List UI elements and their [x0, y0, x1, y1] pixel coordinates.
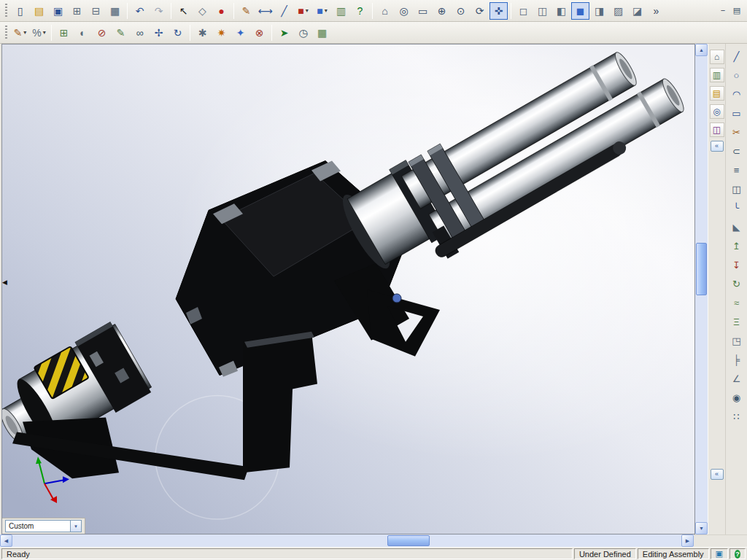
- view-settings-button[interactable]: ■▾: [313, 2, 331, 20]
- offset-entities-button[interactable]: ≡: [728, 161, 746, 179]
- hidden-lines-removed-button[interactable]: ◧: [552, 2, 570, 20]
- task-pane-collapse-button[interactable]: «: [711, 141, 724, 152]
- simulation-button[interactable]: ➤: [275, 24, 293, 42]
- print-button[interactable]: ▦: [106, 2, 124, 20]
- make-drawing-button[interactable]: ⊞: [68, 2, 86, 20]
- zoom-to-area-button[interactable]: ▭: [414, 2, 432, 20]
- zoom-to-selection-button[interactable]: ⊙: [452, 2, 470, 20]
- more-tools-button[interactable]: »: [647, 2, 665, 20]
- graphics-viewport[interactable]: ◀ Custom ▼: [1, 44, 695, 534]
- wireframe-button[interactable]: ◻: [514, 2, 533, 20]
- move-component-button[interactable]: ✢: [150, 24, 168, 42]
- hidden-lines-visible-button[interactable]: ◫: [533, 2, 551, 20]
- view-orientation-button[interactable]: ⌂: [376, 2, 394, 20]
- measure-tool-dropdown-arrow[interactable]: ▾: [43, 30, 46, 36]
- interference-detection-button[interactable]: ⊗: [250, 24, 268, 42]
- explode-line-sketch-button[interactable]: ✦: [231, 24, 249, 42]
- design-table-button[interactable]: ▦: [313, 24, 331, 42]
- view-palette-button[interactable]: ◫: [710, 122, 724, 137]
- scroll-down-button[interactable]: ▼: [695, 522, 708, 534]
- horizontal-scroll-thumb[interactable]: [387, 535, 430, 546]
- shell-tool-button[interactable]: ◳: [728, 332, 746, 349]
- zoom-in-out-button[interactable]: ⊕: [433, 2, 451, 20]
- pan-button[interactable]: ✜: [489, 2, 508, 20]
- rib-tool-button[interactable]: ╞: [728, 351, 746, 368]
- collapse-toolbar-button[interactable]: −: [716, 4, 729, 18]
- file-explorer-button[interactable]: ▤: [710, 86, 724, 101]
- search-results-button[interactable]: ◎: [710, 104, 724, 119]
- scroll-right-button[interactable]: ▶: [681, 534, 694, 547]
- vertical-scroll-thumb[interactable]: [696, 243, 707, 295]
- hole-wizard-button[interactable]: ◉: [728, 389, 746, 406]
- measure-tool-button[interactable]: %▾: [30, 24, 48, 42]
- sketch-button[interactable]: ✎: [237, 2, 255, 20]
- linear-pattern-button[interactable]: ∷: [728, 408, 746, 425]
- hide-show-component-button[interactable]: ◐: [74, 24, 92, 42]
- save-button[interactable]: ▣: [49, 2, 67, 20]
- record-macro-button[interactable]: ●: [212, 2, 231, 20]
- trim-entities-button[interactable]: ✂: [728, 123, 746, 141]
- draft-tool-button[interactable]: ∠: [728, 370, 746, 387]
- toolbox-dropdown-arrow[interactable]: ▾: [306, 8, 309, 14]
- rotate-view-button[interactable]: ⟳: [471, 2, 489, 20]
- perspective-button[interactable]: ▨: [609, 2, 627, 20]
- horizontal-scroll-track[interactable]: [12, 534, 681, 547]
- design-library-button[interactable]: ▥: [710, 68, 724, 82]
- undo-button[interactable]: ↶: [131, 2, 149, 20]
- sketch-circle-tool-button[interactable]: ○: [728, 66, 746, 84]
- exploded-view-button[interactable]: ✷: [212, 24, 231, 42]
- help-status-cell[interactable]: ?: [729, 548, 746, 559]
- make-assembly-button[interactable]: ⊟: [87, 2, 105, 20]
- vertical-scrollbar[interactable]: ▲ ▼: [695, 44, 708, 534]
- extrude-cut-button[interactable]: ↧: [728, 256, 746, 273]
- chamfer-tool-button[interactable]: ◣: [728, 218, 746, 236]
- convert-entities-button[interactable]: ⊂: [728, 142, 746, 160]
- design-checker-button[interactable]: ▥: [332, 2, 350, 20]
- configuration-dropdown-button[interactable]: ▼: [70, 521, 81, 532]
- rotate-component-button[interactable]: ↻: [169, 24, 187, 42]
- revolve-boss-button[interactable]: ↻: [728, 275, 746, 292]
- sweep-button[interactable]: ≈: [728, 294, 746, 311]
- edit-component-button[interactable]: ✎: [112, 24, 130, 42]
- help-icon[interactable]: ?: [735, 550, 740, 559]
- scroll-up-button[interactable]: ▲: [695, 44, 708, 56]
- select-button[interactable]: ↖: [174, 2, 193, 20]
- scroll-left-button[interactable]: ◀: [0, 534, 12, 547]
- motion-study-button[interactable]: ◷: [294, 24, 312, 42]
- shaded-button[interactable]: ◼: [571, 2, 589, 20]
- fillet-tool-button[interactable]: ╰: [728, 199, 746, 217]
- sketch-arc-tool-button[interactable]: ◠: [728, 85, 746, 103]
- mate-button[interactable]: ∞: [131, 24, 149, 42]
- vertical-scroll-track[interactable]: [695, 56, 708, 522]
- new-document-button[interactable]: ▯: [11, 2, 29, 20]
- section-view-button[interactable]: ◪: [628, 2, 646, 20]
- sketch-rectangle-tool-button[interactable]: ▭: [728, 104, 746, 122]
- configuration-selector[interactable]: Custom ▼: [5, 520, 82, 532]
- insert-component-button[interactable]: ⊞: [55, 24, 73, 42]
- sketch-tool-dropdown-arrow[interactable]: ▾: [23, 30, 26, 36]
- extrude-boss-button[interactable]: ↥: [728, 237, 746, 254]
- zoom-to-fit-button[interactable]: ◎: [395, 2, 413, 20]
- toolbox-button[interactable]: ■▾: [294, 2, 312, 20]
- mirror-entities-button[interactable]: ◫: [728, 180, 746, 198]
- redo-button[interactable]: ↷: [150, 2, 168, 20]
- dimension-button[interactable]: ⟷: [256, 2, 274, 20]
- smart-fasteners-button[interactable]: ✱: [193, 24, 212, 42]
- shadows-button[interactable]: ◨: [590, 2, 608, 20]
- pane-splitter-arrow[interactable]: ◀: [2, 279, 7, 286]
- sketch-line-button[interactable]: ╱: [275, 2, 293, 20]
- sketch-line-tool-button[interactable]: ╱: [728, 47, 746, 65]
- toolbar-drag-handle[interactable]: [5, 4, 7, 18]
- open-document-button[interactable]: ▤: [30, 2, 48, 20]
- view-settings-dropdown-arrow[interactable]: ▾: [325, 8, 328, 14]
- change-suppression-button[interactable]: ⊘: [93, 24, 111, 42]
- horizontal-scrollbar[interactable]: ◀ ▶: [0, 534, 694, 547]
- toolbar-drag-handle[interactable]: [5, 26, 7, 40]
- help-button[interactable]: ?: [351, 2, 369, 20]
- loft-button[interactable]: Ξ: [728, 313, 746, 330]
- customize-toolbar-button[interactable]: ▤: [730, 4, 743, 18]
- task-pane-collapse-bottom-button[interactable]: «: [711, 469, 724, 480]
- home-button[interactable]: ⌂: [710, 50, 724, 64]
- sketch-tool-button[interactable]: ✎▾: [11, 24, 29, 42]
- select-other-button[interactable]: ◇: [193, 2, 212, 20]
